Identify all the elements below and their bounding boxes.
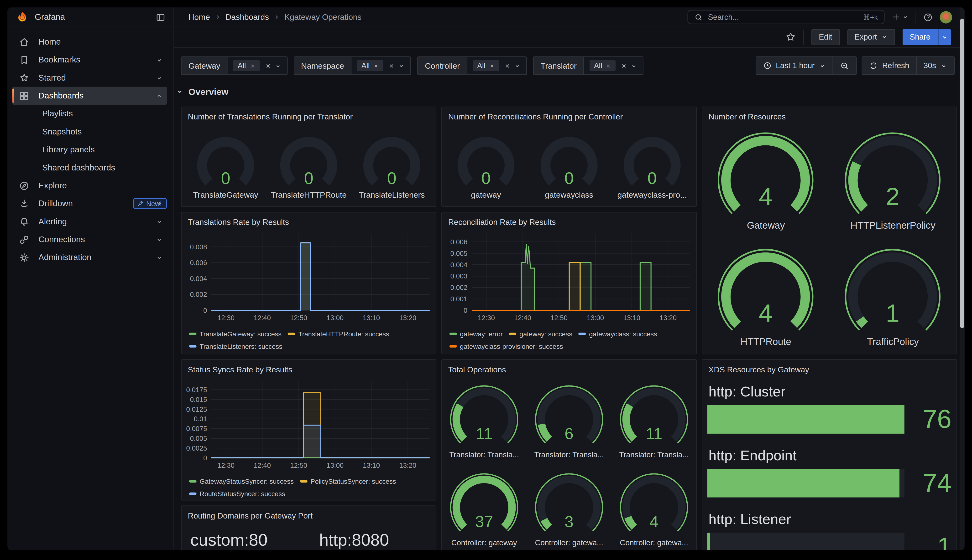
share-button[interactable]: Share [902,29,951,45]
gauge-label: HTTPListenerPolicy [850,220,935,231]
legend-item[interactable]: gateway: success [509,330,572,338]
filter-value-chip[interactable]: All [233,60,260,71]
bar-row: 74 [707,469,952,498]
breadcrumb-item[interactable]: Dashboards [225,12,269,22]
edit-button[interactable]: Edit [812,29,840,45]
sidebar-item-administration[interactable]: Administration [12,248,167,266]
filter-clear-icon[interactable] [388,62,395,69]
gauge-cell: 4Controller: gatewa... [612,468,696,547]
time-range-picker[interactable]: Last 1 hour [756,57,833,74]
user-avatar[interactable] [940,11,952,23]
chevron-down-icon[interactable] [155,56,163,63]
panel-title: Status Syncs Rate by Results [182,360,436,375]
sidebar-item-starred[interactable]: Starred [12,69,167,87]
bargauge-chart: http: Cluster76http: Endpoint74http: Lis… [702,376,957,550]
gauge: 4 [702,126,830,218]
svg-text:3: 3 [564,513,574,530]
filter-clear-icon[interactable] [621,62,628,69]
filter-clear-icon[interactable] [265,62,272,69]
brand-area: Grafana [7,7,174,27]
chevron-down-icon[interactable] [155,236,163,243]
panel-reconciliation-rate: Reconciliation Rate by Results 0.0060.00… [441,212,696,355]
gauge-chart: 11Translator: Transla...6Translator: Tra… [442,376,696,550]
grafana-logo-icon[interactable] [16,11,28,23]
new-menu-button[interactable] [891,12,909,22]
gauge-cell: 0gatewayclass [529,130,610,200]
chevron-down-icon[interactable] [631,62,638,69]
sidebar-item-playlists[interactable]: Playlists [12,105,167,123]
chevron-down-icon[interactable] [274,62,281,69]
chevron-down-icon[interactable] [155,200,163,207]
help-icon[interactable] [923,12,933,22]
chevron-down-icon[interactable] [155,74,163,82]
chip-close-icon[interactable] [489,63,494,68]
sidebar-item-shared-dashboards[interactable]: Shared dashboards [12,158,167,177]
filter-translator[interactable]: TranslatorAll [533,56,644,75]
sidebar-item-alerting[interactable]: Alerting [12,212,167,230]
panel-status-syncs-rate: Status Syncs Rate by Results 0.01750.015… [181,359,436,500]
scrollbar-thumb[interactable] [960,18,964,328]
share-menu-chevron-icon[interactable] [938,29,951,45]
filter-label: Namespace [294,57,351,74]
star-dashboard-icon[interactable] [785,32,796,42]
chart-legend: GatewayStatusSyncer: successPolicyStatus… [182,473,436,498]
chip-close-icon[interactable] [606,63,611,68]
legend-item[interactable]: TranslateListeners: success [189,343,282,351]
chevron-down-icon[interactable] [398,62,405,69]
legend-item[interactable]: gatewayclass-provisioner: success [449,343,563,351]
filter-value-chip[interactable]: All [357,60,383,71]
gauge: 0 [529,130,610,189]
filter-value-chip[interactable]: All [590,60,616,71]
chevron-up-icon[interactable] [155,92,163,99]
gauge-cell: 0TranslateGateway [185,130,266,200]
filter-value-chip[interactable]: All [473,60,499,71]
sidebar-toggle-icon[interactable] [155,12,165,22]
timeseries-chart: 0.01750.0150.01250.010.00750.0050.002501… [182,376,436,500]
refresh-button[interactable]: Refresh [862,57,917,74]
legend-item[interactable]: gateway: error [449,330,503,338]
legend-item[interactable]: TranslateGateway: success [189,330,282,338]
sidebar-item-dashboards[interactable]: Dashboards [12,87,167,105]
filter-controller[interactable]: ControllerAll [418,56,527,75]
svg-text:12:50: 12:50 [290,314,307,322]
sidebar-item-label: Alerting [38,217,167,226]
chevron-down-icon[interactable] [155,218,163,225]
sidebar-item-snapshots[interactable]: Snapshots [12,123,167,140]
svg-text:13:20: 13:20 [399,314,416,322]
svg-text:0: 0 [203,307,207,314]
sidebar-item-explore[interactable]: Explore [12,177,167,195]
legend-item[interactable]: GatewayStatusSyncer: success [189,478,294,486]
toolbar-divider [803,29,804,44]
sidebar-item-bookmarks[interactable]: Bookmarks [12,51,167,69]
section-overview-toggle[interactable]: Overview [176,87,229,97]
legend-item[interactable]: gatewayclass: success [579,330,657,338]
sidebar-item-home[interactable]: Home [12,33,167,51]
sidebar-item-library-panels[interactable]: Library panels [12,141,167,158]
filter-clear-icon[interactable] [504,62,511,69]
legend-item[interactable]: RouteStatusSyncer: success [189,490,285,498]
svg-text:12:30: 12:30 [217,314,234,322]
sidebar-item-connections[interactable]: Connections [12,230,167,248]
search-icon [694,13,703,21]
chevron-down-icon[interactable] [155,254,163,261]
chevron-down-icon[interactable] [514,62,521,69]
filter-namespace[interactable]: NamespaceAll [294,56,411,75]
filter-gateway[interactable]: GatewayAll [181,56,287,75]
refresh-interval-picker[interactable]: 30s [917,57,954,74]
chip-close-icon[interactable] [373,63,379,68]
timeseries-plot: 0.0080.0060.0040.002012:3012:4012:5013:0… [182,228,436,323]
svg-text:13:00: 13:00 [327,462,344,469]
compass-icon [18,180,30,191]
chip-close-icon[interactable] [250,63,255,68]
scrollbar[interactable] [960,7,965,550]
zoom-out-button[interactable] [833,57,856,74]
search-input[interactable]: Search... ⌘+k [687,10,884,24]
breadcrumb-item[interactable]: Home [189,12,210,22]
gauge-chart: 0TranslateGateway0TranslateHTTPRoute0Tra… [182,123,436,206]
legend-item[interactable]: TranslateHTTPRoute: success [288,330,389,338]
legend-item[interactable]: PolicyStatusSyncer: success [300,478,396,486]
bar-value: 1 [905,533,952,550]
sidebar-item-drilldown[interactable]: DrilldownNew! [12,195,167,212]
gauge: 11 [612,380,696,449]
export-button[interactable]: Export [847,29,895,45]
